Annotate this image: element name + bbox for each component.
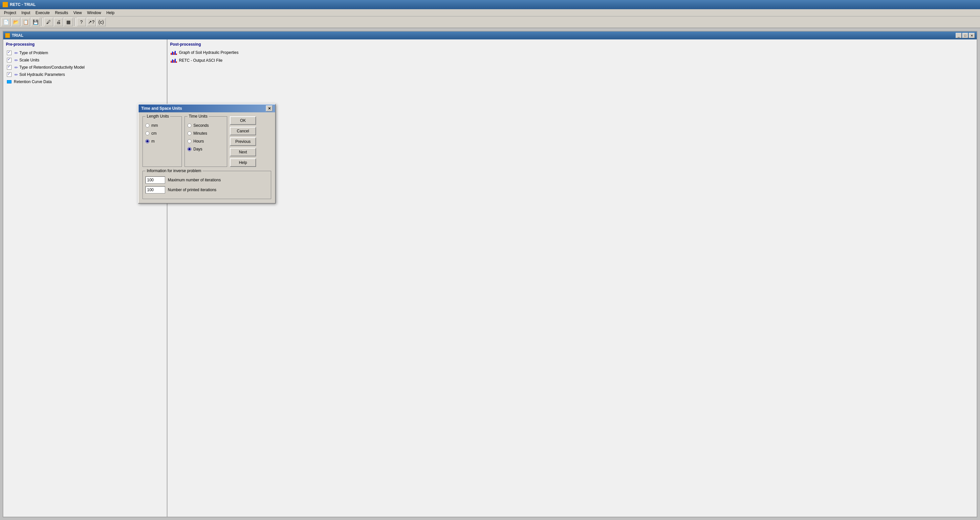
max-iterations-row: Maximum number of iterations bbox=[145, 176, 268, 183]
inner-window-icon bbox=[5, 33, 10, 38]
inner-minimize-btn[interactable]: _ bbox=[956, 33, 962, 38]
time-days-option[interactable]: Days bbox=[188, 147, 224, 152]
toolbar-open-btn[interactable]: 📂 bbox=[11, 18, 21, 26]
time-days-radio[interactable] bbox=[188, 147, 191, 151]
time-hours-radio[interactable] bbox=[188, 139, 191, 143]
menu-bar: Project Input Execute Results View Windo… bbox=[0, 9, 980, 16]
toolbar-copy-btn[interactable]: 📋 bbox=[21, 18, 30, 26]
pencil-icon1: ✏ bbox=[14, 51, 18, 56]
length-mm-radio[interactable] bbox=[145, 123, 150, 128]
soil-hydraulic-icon bbox=[6, 72, 12, 77]
nav-retention-curve[interactable]: Retention Curve Data bbox=[6, 78, 164, 85]
menu-view[interactable]: View bbox=[71, 10, 84, 16]
length-cm-radio[interactable] bbox=[145, 131, 150, 136]
length-m-radio[interactable] bbox=[145, 139, 150, 143]
nav-graph-soil-label: Graph of Soil Hydraulic Properties bbox=[179, 50, 239, 55]
checkbox-icon3 bbox=[7, 65, 11, 70]
pencil-icon3: ✏ bbox=[14, 65, 18, 70]
menu-help[interactable]: Help bbox=[104, 10, 117, 16]
pencil-icon4: ✏ bbox=[14, 72, 18, 77]
toolbar-context-help-btn[interactable]: ↗? bbox=[87, 18, 96, 26]
length-mm-option[interactable]: mm bbox=[145, 123, 179, 128]
dialog-buttons: OK Cancel Previous Next Help bbox=[230, 116, 271, 167]
time-units-label: Time Units bbox=[188, 114, 209, 119]
toolbar-sep1 bbox=[41, 18, 43, 26]
time-radio-group: Seconds Minutes Hours bbox=[188, 122, 224, 152]
graph-icon bbox=[171, 50, 177, 55]
menu-window[interactable]: Window bbox=[84, 10, 104, 16]
max-iterations-input[interactable] bbox=[145, 176, 165, 183]
help-button[interactable]: Help bbox=[230, 158, 256, 167]
nav-scale-units-label: Scale Units bbox=[19, 58, 40, 62]
time-hours-option[interactable]: Hours bbox=[188, 139, 224, 144]
length-radio-group: mm cm m bbox=[145, 122, 179, 144]
menu-input[interactable]: Input bbox=[19, 10, 33, 16]
nav-retention-model-label: Type of Retention/Conductivity Model bbox=[19, 65, 85, 70]
dialog-title-bar: Time and Space Units ✕ bbox=[138, 104, 275, 112]
menu-project[interactable]: Project bbox=[1, 10, 19, 16]
inverse-problem-label: Information for inverse problem bbox=[145, 169, 202, 173]
time-minutes-radio[interactable] bbox=[188, 131, 191, 136]
toolbar-print1-btn[interactable]: 🖨 bbox=[54, 18, 63, 26]
time-seconds-label: Seconds bbox=[193, 123, 209, 128]
previous-button[interactable]: Previous bbox=[230, 137, 256, 146]
toolbar-save-btn[interactable]: 💾 bbox=[31, 18, 40, 26]
checkbox-icon bbox=[7, 51, 11, 55]
checkbox-icon2 bbox=[7, 58, 11, 62]
toolbar-grid-btn[interactable]: ▦ bbox=[64, 18, 73, 26]
next-button[interactable]: Next bbox=[230, 148, 256, 156]
time-hours-label: Hours bbox=[193, 139, 204, 144]
nav-soil-hydraulic[interactable]: ✏ Soil Hydraulic Parameters bbox=[6, 71, 164, 78]
pre-processing-title: Pre-processing bbox=[6, 42, 164, 47]
dialog-close-btn[interactable]: ✕ bbox=[266, 105, 272, 112]
inner-close-btn[interactable]: ✕ bbox=[969, 33, 975, 38]
blue-rect bbox=[7, 80, 11, 83]
length-m-option[interactable]: m bbox=[145, 139, 179, 144]
title-bar: RETC - TRIAL bbox=[0, 0, 980, 9]
toolbar-edit1-btn[interactable]: 🖊 bbox=[44, 18, 53, 26]
inner-title-controls: _ □ ✕ bbox=[956, 33, 975, 38]
time-seconds-option[interactable]: Seconds bbox=[188, 123, 224, 128]
inner-title-bar: TRIAL _ □ ✕ bbox=[3, 32, 977, 40]
length-mm-label: mm bbox=[151, 123, 158, 128]
menu-execute[interactable]: Execute bbox=[33, 10, 52, 16]
length-cm-option[interactable]: cm bbox=[145, 131, 179, 136]
nav-graph-soil[interactable]: Graph of Soil Hydraulic Properties bbox=[170, 49, 974, 56]
nav-type-of-problem-label: Type of Problem bbox=[19, 51, 48, 55]
dialog-title: Time and Space Units bbox=[141, 106, 182, 111]
post-processing-title: Post-processing bbox=[170, 42, 974, 47]
length-m-label: m bbox=[151, 139, 154, 144]
scale-units-icon bbox=[6, 57, 12, 63]
length-cm-label: cm bbox=[151, 131, 157, 136]
cancel-button[interactable]: Cancel bbox=[230, 127, 256, 136]
app-title: RETC - TRIAL bbox=[10, 2, 36, 7]
menu-results[interactable]: Results bbox=[52, 10, 71, 16]
nav-scale-units[interactable]: ✏ Scale Units bbox=[6, 56, 164, 64]
toolbar-help-btn[interactable]: ? bbox=[77, 18, 86, 26]
toolbar-new-btn[interactable]: 📄 bbox=[1, 18, 11, 26]
ok-button[interactable]: OK bbox=[230, 116, 256, 125]
length-units-label: Length Units bbox=[145, 114, 170, 119]
dialog-time-space-units: Time and Space Units ✕ Length Units mm bbox=[138, 104, 276, 204]
time-minutes-option[interactable]: Minutes bbox=[188, 131, 224, 136]
pencil-icon2: ✏ bbox=[14, 58, 18, 63]
toolbar: 📄 📂 📋 💾 🖊 🖨 ▦ ? ↗? (c) bbox=[0, 16, 980, 28]
inverse-problem-group: Information for inverse problem Maximum … bbox=[143, 171, 271, 199]
dialog-content: Length Units mm cm bbox=[138, 112, 275, 203]
nav-retc-output-label: RETC - Output ASCI File bbox=[179, 58, 223, 63]
main-content: TRIAL _ □ ✕ Pre-processing ✏ Typ bbox=[0, 28, 980, 520]
nav-type-of-problem[interactable]: ✏ Type of Problem bbox=[6, 49, 164, 56]
nav-retc-output[interactable]: RETC - Output ASCI File bbox=[170, 57, 974, 64]
dialog-top-row: Length Units mm cm bbox=[143, 116, 271, 167]
nav-soil-hydraulic-label: Soil Hydraulic Parameters bbox=[19, 72, 65, 77]
max-iterations-label: Maximum number of iterations bbox=[168, 178, 221, 182]
toolbar-copyright-btn[interactable]: (c) bbox=[97, 18, 106, 26]
inner-maximize-btn[interactable]: □ bbox=[962, 33, 968, 38]
time-seconds-radio[interactable] bbox=[188, 123, 191, 128]
checkbox-icon4 bbox=[7, 72, 11, 77]
type-of-problem-icon bbox=[6, 50, 12, 56]
nav-retention-model[interactable]: ✏ Type of Retention/Conductivity Model bbox=[6, 64, 164, 71]
retention-curve-icon bbox=[6, 79, 12, 85]
inner-window-title: TRIAL bbox=[12, 33, 23, 38]
printed-iterations-input[interactable] bbox=[145, 186, 165, 193]
